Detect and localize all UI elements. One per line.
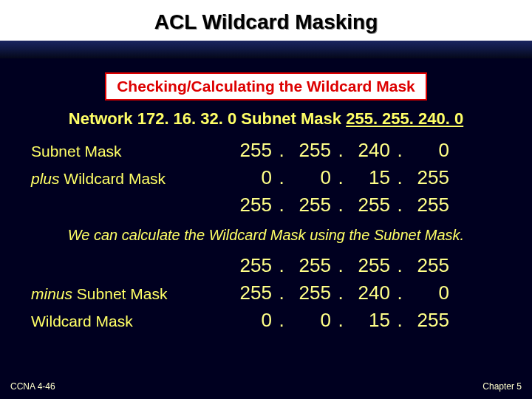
footer: CCNA 4-46 Chapter 5 bbox=[10, 381, 522, 392]
network-prefix: Network 172. 16. 32. 0 Subnet Mask bbox=[69, 109, 346, 128]
row-sum: 255. 255. 255. 255 bbox=[22, 194, 510, 216]
row-subnet-mask: Subnet Mask 255. 255. 240. 0 bbox=[22, 139, 510, 162]
octets-minus-subnet: 255. 255. 240. 0 bbox=[229, 282, 452, 304]
section-heading-box: Checking/Calculating the Wildcard Mask bbox=[105, 72, 427, 100]
footer-left: CCNA 4-46 bbox=[10, 381, 55, 392]
octets-sum: 255. 255. 255. 255 bbox=[229, 194, 452, 216]
row-plus-wildcard: plus Wildcard Mask 0. 0. 15. 255 bbox=[22, 166, 510, 189]
slide-title: ACL Wildcard Masking bbox=[0, 0, 532, 41]
octets-subnet: 255. 255. 240. 0 bbox=[229, 139, 452, 162]
row-result-wildcard: Wildcard Mask 0. 0. 15. 255 bbox=[22, 309, 510, 332]
label-result-wildcard: Wildcard Mask bbox=[22, 313, 229, 330]
row-all255: 255. 255. 255. 255 bbox=[22, 254, 510, 277]
explain-text: We can calculate the Wildcard Mask using… bbox=[22, 227, 510, 244]
octets-wildcard: 0. 0. 15. 255 bbox=[229, 166, 452, 189]
plus-word: plus bbox=[31, 170, 60, 187]
header-band bbox=[0, 41, 532, 58]
label-plus-wildcard: plus Wildcard Mask bbox=[22, 170, 229, 188]
minus-rest: Subnet Mask bbox=[72, 285, 167, 302]
label-minus-subnet: minus Subnet Mask bbox=[22, 285, 229, 303]
octets-result-wildcard: 0. 0. 15. 255 bbox=[229, 309, 452, 332]
octets-all255: 255. 255. 255. 255 bbox=[229, 254, 452, 277]
network-subnet-underlined: 255. 255. 240. 0 bbox=[346, 109, 463, 128]
minus-word: minus bbox=[31, 285, 72, 302]
label-subnet-mask: Subnet Mask bbox=[22, 143, 229, 160]
plus-rest: Wildcard Mask bbox=[60, 170, 166, 187]
slide-content: Checking/Calculating the Wildcard Mask N… bbox=[0, 59, 532, 336]
network-line: Network 172. 16. 32. 0 Subnet Mask 255. … bbox=[22, 109, 510, 129]
row-minus-subnet: minus Subnet Mask 255. 255. 240. 0 bbox=[22, 282, 510, 304]
footer-right: Chapter 5 bbox=[482, 381, 522, 392]
